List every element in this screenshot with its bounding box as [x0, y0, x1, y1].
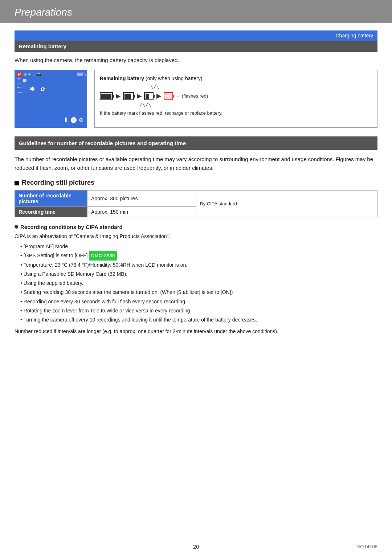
- list-item: Recording once every 30 seconds with ful…: [20, 297, 377, 306]
- arrow-2: ▶: [137, 91, 141, 101]
- list-item: Temperature: 23 °C (73.4 °F)/Humidity: 5…: [20, 261, 377, 270]
- flash-icon: ⚡: [27, 72, 32, 76]
- battery-info-box: Remaining battery (only when using batte…: [94, 70, 377, 128]
- footer-code: VQT4T08: [357, 544, 377, 549]
- list-item: Using a Panasonic SD Memory Card (32 MB)…: [20, 270, 377, 279]
- recording-still-heading: Recording still pictures: [15, 179, 377, 187]
- camera-screen-inner: P ⊞ ⚡ ⏱ 📷 1: [17, 72, 85, 126]
- page-footer: - 20 - VQT4T08: [0, 544, 392, 550]
- table-value-time: Approx. 150 min: [87, 206, 196, 217]
- guidelines-desc: The number of recordable pictures or ava…: [15, 155, 377, 172]
- dmc-badge: DMC-ZS30: [89, 251, 117, 260]
- cipa-desc: CIPA is an abbreviation of "Camera & Ima…: [15, 232, 377, 241]
- table-cipa-cell: By CIPA standard: [196, 190, 377, 217]
- battery-empty-icon: [164, 92, 173, 100]
- battery-warning-text: If the battery mark flashes red, recharg…: [100, 109, 372, 117]
- list-item: Starting recording 30 seconds after the …: [20, 288, 377, 297]
- cam-plus-icon: ⊕: [79, 116, 83, 123]
- diag-arrows-below: ╱╲╱╲: [140, 103, 372, 107]
- camera-icon: 📷: [37, 72, 41, 76]
- cipa-heading: Recording conditions by CIPA standard: [15, 224, 377, 230]
- arrow-3: ▶: [156, 91, 161, 101]
- cam-circle-icon: ○: [71, 117, 77, 123]
- timer-icon: ⏱: [32, 72, 36, 76]
- list-item: Using the supplied battery.: [20, 279, 377, 288]
- diag-arrows: ╲╱╲: [151, 85, 372, 89]
- battery-display-area: P ⊞ ⚡ ⏱ 📷 1: [15, 70, 377, 128]
- table-row: Number of recordable pictures Approx. 30…: [15, 190, 377, 206]
- arrow-1: ▶: [116, 91, 120, 101]
- table-value-pictures: Approx. 300 pictures: [87, 190, 196, 206]
- page-number: - 20 -: [189, 544, 202, 550]
- guidelines-heading: Guidelines for number of recordable pict…: [15, 136, 377, 150]
- battery-half-icon: [123, 92, 134, 100]
- charging-battery-bar: Charging battery: [15, 30, 377, 41]
- list-item: Turning the camera off every 10 recordin…: [20, 315, 377, 324]
- circle-bullet-icon: [15, 225, 18, 229]
- cipa-bullet-list: [Program AE] Mode [GPS Setting] is set t…: [15, 242, 377, 324]
- battery-info-label: Remaining battery (only when using batte…: [100, 74, 372, 83]
- grid-icon: ⊞: [24, 72, 26, 76]
- mode-p-icon: P: [17, 72, 22, 77]
- page-header: Preparations: [0, 0, 392, 23]
- battery-quarter-icon: [144, 92, 154, 100]
- black-square-icon: [15, 181, 19, 185]
- battery-full-icon: [100, 92, 113, 100]
- remaining-battery-heading: Remaining battery: [15, 41, 377, 52]
- list-item: [Program AE] Mode: [20, 242, 377, 251]
- camera-top-icons: ⊞ ⚡ ⏱ 📷: [24, 72, 41, 76]
- list-item: Rotating the zoom lever from Tele to Wid…: [20, 306, 377, 315]
- page-title: Preparations: [15, 7, 377, 18]
- remaining-battery-desc: When using the camera, the remaining bat…: [15, 56, 377, 65]
- table-header-pictures: Number of recordable pictures: [15, 190, 87, 206]
- camera-screen: P ⊞ ⚡ ⏱ 📷 1: [15, 70, 87, 128]
- note-text: Number reduced if intervals are longer (…: [15, 327, 377, 335]
- main-content: Charging battery Remaining battery When …: [0, 30, 392, 336]
- dash-symbol: –: [176, 92, 179, 101]
- flash-label: (flashes red): [182, 92, 208, 100]
- list-item: [GPS Setting] is set to [OFF] DMC-ZS30: [20, 251, 377, 260]
- cam-battery-icon: [77, 73, 85, 76]
- table-header-time: Recording time: [15, 206, 87, 217]
- battery-icons-row: ▶ ▶ ▶ – (flashes red): [100, 91, 372, 101]
- recording-table: Number of recordable pictures Approx. 30…: [15, 190, 377, 217]
- cam-down-arrow: ⬇: [63, 116, 69, 124]
